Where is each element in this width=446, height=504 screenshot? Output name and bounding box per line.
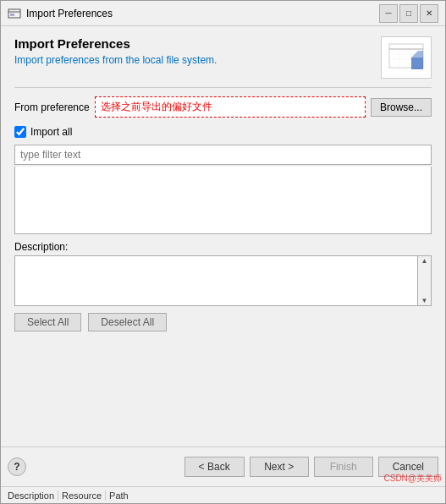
filter-input[interactable]	[14, 145, 432, 165]
title-bar: Import Preferences ─ □ ✕	[1, 1, 445, 26]
svg-rect-2	[10, 14, 14, 16]
finish-button[interactable]: Finish	[314, 457, 373, 477]
from-preference-row: From preference 选择之前导出的偏好文件 Browse...	[14, 96, 432, 118]
tree-area[interactable]	[14, 167, 432, 234]
status-resource-col: Resource	[58, 490, 106, 501]
window-title: Import Preferences	[26, 8, 379, 19]
import-all-label: Import all	[30, 126, 72, 138]
button-bar: ? < Back Next > Finish Cancel	[1, 447, 445, 486]
from-preference-label: From preference	[14, 101, 90, 113]
import-all-row: Import all	[14, 126, 432, 138]
header-divider	[14, 87, 432, 88]
deselect-all-button[interactable]: Deselect All	[88, 313, 167, 331]
preference-file-input-wrap[interactable]: 选择之前导出的偏好文件	[95, 96, 366, 118]
header-text: Import Preferences Import preferences fr…	[14, 36, 372, 66]
help-button[interactable]: ?	[8, 457, 26, 476]
description-area: ▲ ▼	[14, 255, 432, 306]
select-all-button[interactable]: Select All	[14, 313, 81, 331]
status-bar: Description Resource Path	[1, 486, 445, 503]
header-section: Import Preferences Import preferences fr…	[14, 36, 432, 79]
scroll-up-arrow[interactable]: ▲	[421, 257, 428, 265]
window: Import Preferences ─ □ ✕ Import Preferen…	[0, 0, 446, 504]
select-row: Select All Deselect All	[14, 313, 432, 331]
close-button[interactable]: ✕	[420, 4, 438, 23]
browse-button[interactable]: Browse...	[371, 98, 432, 117]
status-description-col: Description	[4, 490, 58, 501]
maximize-button[interactable]: □	[399, 4, 418, 23]
status-path-col: Path	[106, 490, 132, 501]
title-controls: ─ □ ✕	[379, 4, 438, 23]
scroll-down-arrow[interactable]: ▼	[421, 297, 428, 304]
back-button[interactable]: < Back	[184, 457, 245, 477]
dialog-subtitle: Import preferences from the local file s…	[14, 54, 372, 66]
description-label: Description:	[14, 241, 432, 253]
watermark: CSDN@美美师	[384, 473, 443, 485]
description-scrollbar[interactable]: ▲ ▼	[417, 256, 431, 305]
dialog-title: Import Preferences	[14, 36, 372, 51]
preference-file-value: 选择之前导出的偏好文件	[96, 97, 365, 117]
header-icon	[381, 36, 432, 79]
window-icon	[8, 7, 21, 20]
svg-rect-8	[411, 58, 423, 69]
next-button[interactable]: Next >	[250, 457, 309, 477]
import-all-checkbox[interactable]	[14, 126, 26, 138]
dialog-content: Import Preferences Import preferences fr…	[1, 26, 445, 447]
minimize-button[interactable]: ─	[379, 4, 398, 23]
